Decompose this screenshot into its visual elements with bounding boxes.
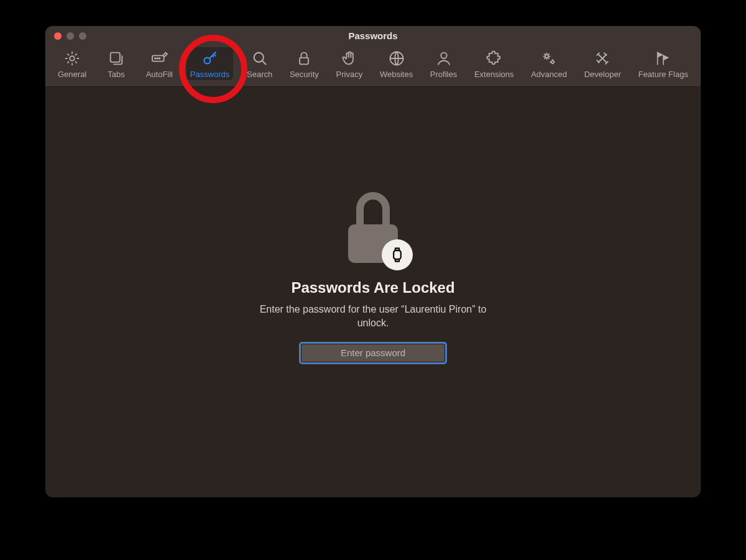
titlebar: Passwords bbox=[45, 26, 701, 45]
tab-label: Advanced bbox=[531, 70, 567, 79]
tab-passwords[interactable]: Passwords bbox=[186, 47, 234, 80]
gears-icon bbox=[540, 50, 558, 67]
zoom-window-button[interactable] bbox=[79, 32, 86, 40]
svg-point-6 bbox=[204, 58, 210, 64]
tab-profiles[interactable]: Profiles bbox=[426, 47, 461, 80]
tab-general[interactable]: General bbox=[54, 47, 90, 80]
lock-shackle bbox=[356, 192, 390, 229]
svg-point-5 bbox=[159, 58, 160, 59]
tab-developer[interactable]: Developer bbox=[581, 47, 625, 80]
svg-point-4 bbox=[157, 58, 159, 59]
svg-rect-8 bbox=[300, 58, 308, 65]
tab-security[interactable]: Security bbox=[286, 47, 323, 80]
tab-label: General bbox=[58, 70, 86, 79]
svg-rect-13 bbox=[394, 250, 401, 259]
key-icon bbox=[201, 50, 219, 67]
close-window-button[interactable] bbox=[54, 32, 62, 40]
tab-websites[interactable]: Websites bbox=[376, 47, 417, 80]
tab-label: Developer bbox=[584, 70, 621, 79]
flags-icon bbox=[655, 50, 672, 67]
tab-autofill[interactable]: AutoFill bbox=[142, 47, 177, 80]
tab-label: Feature Flags bbox=[638, 70, 688, 79]
tab-label: Websites bbox=[380, 70, 413, 79]
tab-privacy[interactable]: Privacy bbox=[333, 47, 367, 80]
tab-label: Privacy bbox=[336, 70, 363, 79]
hand-icon bbox=[341, 50, 358, 67]
tab-extensions[interactable]: Extensions bbox=[471, 47, 518, 80]
tab-tabs[interactable]: Tabs bbox=[100, 47, 132, 80]
locked-subtext: Enter the password for the user “Laurent… bbox=[255, 303, 491, 329]
puzzle-icon bbox=[486, 50, 503, 67]
tab-label: AutoFill bbox=[146, 70, 173, 79]
tab-label: Search bbox=[247, 70, 272, 79]
apple-watch-badge-icon bbox=[382, 239, 413, 270]
window-title: Passwords bbox=[348, 30, 397, 41]
preferences-toolbar: General Tabs AutoFill Passwords Search bbox=[45, 45, 701, 87]
lock-illustration bbox=[342, 186, 404, 267]
pencil-line-icon bbox=[150, 50, 168, 67]
person-icon bbox=[435, 50, 453, 67]
search-icon bbox=[251, 50, 269, 67]
svg-point-10 bbox=[441, 53, 446, 58]
locked-heading: Passwords Are Locked bbox=[291, 279, 454, 296]
globe-icon bbox=[388, 50, 405, 67]
password-input[interactable] bbox=[301, 344, 445, 362]
tabs-icon bbox=[108, 50, 125, 67]
tab-label: Tabs bbox=[108, 70, 124, 79]
svg-point-7 bbox=[254, 53, 263, 62]
tab-search[interactable]: Search bbox=[243, 47, 276, 80]
tools-icon bbox=[594, 50, 611, 67]
gear-icon bbox=[63, 50, 81, 67]
tab-feature-flags[interactable]: Feature Flags bbox=[635, 47, 692, 80]
svg-point-12 bbox=[551, 61, 554, 63]
svg-point-11 bbox=[545, 55, 548, 58]
tab-advanced[interactable]: Advanced bbox=[527, 47, 571, 80]
window-controls bbox=[54, 32, 86, 40]
svg-point-3 bbox=[155, 58, 156, 59]
svg-rect-1 bbox=[111, 53, 120, 62]
tab-label: Extensions bbox=[474, 70, 514, 79]
minimize-window-button[interactable] bbox=[67, 32, 74, 40]
tab-label: Passwords bbox=[190, 70, 230, 79]
tab-label: Profiles bbox=[430, 70, 457, 79]
preferences-window: Passwords General Tabs AutoFill Passwo bbox=[45, 26, 701, 497]
lock-icon bbox=[295, 50, 313, 67]
svg-point-0 bbox=[70, 56, 74, 60]
locked-panel: Passwords Are Locked Enter the password … bbox=[45, 87, 701, 497]
tab-label: Security bbox=[290, 70, 319, 79]
